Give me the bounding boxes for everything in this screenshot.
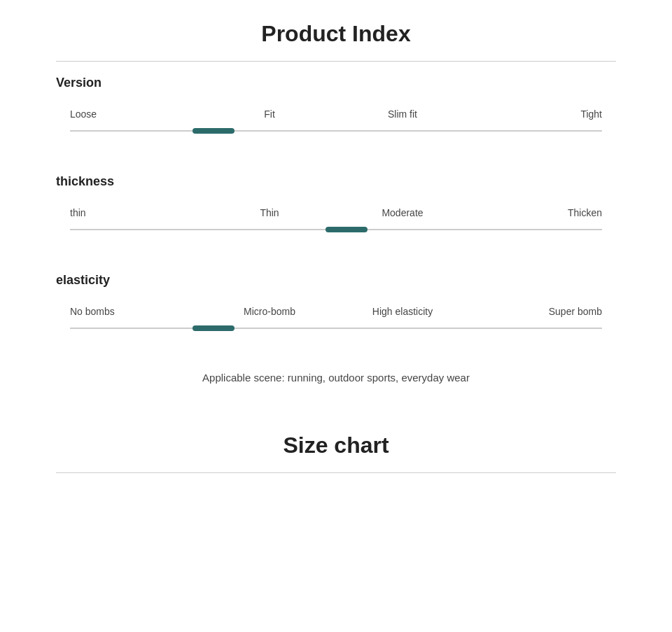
version-slider-thumb[interactable] <box>192 128 234 134</box>
thickness-option-thin-lower: thin <box>70 207 203 218</box>
elasticity-option-high: High elasticity <box>336 306 469 317</box>
elasticity-label: elasticity <box>56 273 616 288</box>
elasticity-slider-area: No bombs Micro-bomb High elasticity Supe… <box>0 306 672 358</box>
elasticity-slider-thumb[interactable] <box>192 325 234 331</box>
version-label: Version <box>56 76 616 90</box>
bottom-divider <box>56 472 616 473</box>
elasticity-option-super-bomb: Super bomb <box>469 306 602 317</box>
version-slider-area: Loose Fit Slim fit Tight <box>0 108 672 160</box>
version-slider-track-container <box>70 124 602 138</box>
thickness-slider-thumb[interactable] <box>326 227 368 232</box>
version-section: Version <box>0 62 672 108</box>
version-labels: Loose Fit Slim fit Tight <box>70 108 602 120</box>
thickness-slider-area: thin Thin Moderate Thicken <box>0 207 672 259</box>
thickness-label: thickness <box>56 174 616 189</box>
version-option-loose: Loose <box>70 108 203 120</box>
applicable-scene: Applicable scene: running, outdoor sport… <box>0 358 672 405</box>
thickness-option-thin: Thin <box>203 207 336 218</box>
version-slider-track <box>70 130 602 132</box>
thickness-slider-track-container <box>70 223 602 237</box>
thickness-labels: thin Thin Moderate Thicken <box>70 207 602 218</box>
version-option-fit: Fit <box>203 108 336 120</box>
elasticity-option-micro-bomb: Micro-bomb <box>203 306 336 317</box>
page-title: Product Index <box>0 0 672 61</box>
thickness-option-moderate: Moderate <box>336 207 469 218</box>
thickness-option-thicken: Thicken <box>469 207 602 218</box>
elasticity-labels: No bombs Micro-bomb High elasticity Supe… <box>70 306 602 317</box>
version-option-slim-fit: Slim fit <box>336 108 469 120</box>
elasticity-option-no-bombs: No bombs <box>70 306 203 317</box>
elasticity-section: elasticity <box>0 259 672 306</box>
elasticity-slider-track-container <box>70 321 602 335</box>
version-option-tight: Tight <box>469 108 602 120</box>
size-chart-title: Size chart <box>0 405 672 472</box>
elasticity-slider-track <box>70 328 602 329</box>
thickness-slider-track <box>70 229 602 230</box>
thickness-section: thickness <box>0 160 672 207</box>
